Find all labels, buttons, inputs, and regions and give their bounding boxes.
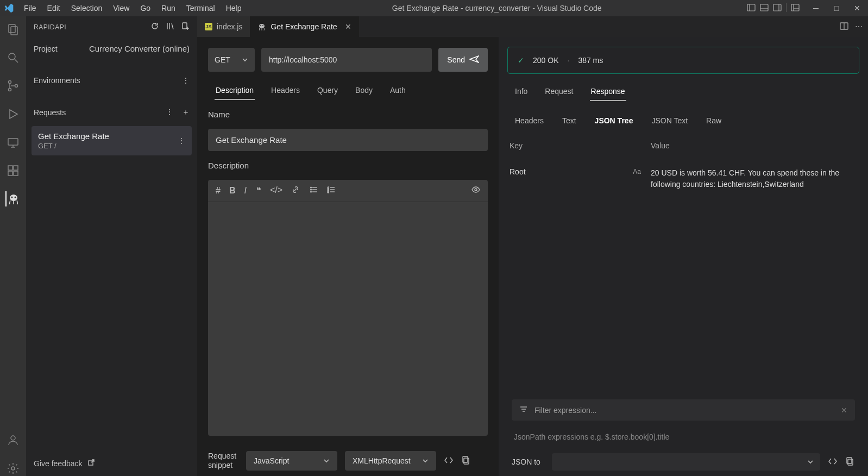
snippet-code-icon[interactable]	[444, 455, 454, 467]
json-to-code-icon[interactable]	[828, 456, 838, 468]
split-editor-icon[interactable]	[840, 22, 848, 32]
menu-view[interactable]: View	[108, 2, 135, 15]
response-panel: ✓ 200 OK · 387 ms Info Request Response …	[499, 37, 868, 476]
refresh-icon[interactable]	[150, 22, 159, 32]
request-tabs: Description Headers Query Body Auth	[208, 82, 488, 100]
italic-icon[interactable]: I	[244, 186, 246, 196]
svg-line-30	[172, 23, 173, 29]
svg-point-25	[15, 197, 16, 198]
editor-tabs: JS index.js Get Exchange Rate ✕ ⋯	[197, 16, 868, 37]
request-item-more-icon[interactable]: ⋮	[178, 136, 185, 145]
layout-bottom-icon[interactable]	[760, 3, 769, 14]
respview-jsontree[interactable]: JSON Tree	[594, 113, 634, 128]
requests-more-icon[interactable]: ⋮	[166, 108, 173, 117]
name-input[interactable]: Get Exchange Rate	[208, 129, 488, 151]
menu-edit[interactable]: Edit	[42, 2, 66, 15]
resptab-request[interactable]: Request	[544, 83, 574, 101]
json-value: 20 USD is worth 56.41 CHF. You can spend…	[651, 167, 857, 190]
code-icon[interactable]: </>	[270, 185, 282, 196]
ordered-list-icon[interactable]: 123	[327, 185, 336, 196]
description-toolbar: # B I ❝ </> 123	[208, 180, 488, 202]
explorer-icon[interactable]	[5, 22, 21, 37]
response-tabs: Info Request Response	[507, 83, 859, 101]
more-actions-icon[interactable]: ⋯	[855, 22, 863, 31]
maximize-button[interactable]: □	[829, 4, 844, 12]
respview-jsontext[interactable]: JSON Text	[650, 113, 689, 128]
activity-bar	[0, 16, 26, 476]
menu-go[interactable]: Go	[135, 2, 156, 15]
tab-get-exchange-rate[interactable]: Get Exchange Rate ✕	[250, 16, 358, 37]
description-textarea[interactable]	[208, 202, 488, 436]
add-request-icon[interactable]: ＋	[182, 108, 190, 117]
reqtab-query[interactable]: Query	[316, 82, 339, 100]
menu-run[interactable]: Run	[156, 2, 181, 15]
svg-point-24	[11, 197, 13, 198]
run-debug-icon[interactable]	[5, 107, 21, 122]
tab-indexjs[interactable]: JS index.js	[197, 16, 250, 37]
layout-right-icon[interactable]	[773, 3, 782, 14]
respview-raw[interactable]: Raw	[705, 113, 722, 128]
request-list-item[interactable]: Get Exchange Rate GET / ⋮	[32, 126, 192, 155]
name-value: Get Exchange Rate	[216, 135, 287, 145]
svg-rect-9	[9, 24, 15, 33]
json-to-copy-icon[interactable]	[845, 456, 855, 468]
extensions-icon[interactable]	[5, 163, 21, 178]
new-file-icon[interactable]	[181, 22, 190, 32]
respview-headers[interactable]: Headers	[514, 113, 545, 128]
snippet-lang-value: JavaScript	[254, 456, 289, 465]
snippet-language-select[interactable]: JavaScript	[246, 451, 337, 471]
resptab-info[interactable]: Info	[514, 83, 529, 101]
send-label: Send	[447, 55, 465, 64]
request-panel: GET http://localhost:5000 Send Descripti…	[197, 37, 499, 476]
http-method-select[interactable]: GET	[208, 48, 255, 72]
minimize-button[interactable]: ─	[808, 4, 823, 12]
snippet-copy-icon[interactable]	[461, 455, 471, 467]
menu-file[interactable]: File	[18, 2, 42, 15]
send-button[interactable]: Send	[438, 48, 488, 72]
layout-customize-icon[interactable]	[791, 3, 800, 14]
reqtab-headers[interactable]: Headers	[270, 82, 301, 100]
bold-icon[interactable]: B	[229, 186, 236, 196]
give-feedback-link[interactable]: Give feedback	[26, 453, 197, 476]
json-tree-header: Key Value	[507, 137, 859, 154]
clear-filter-icon[interactable]: ✕	[841, 406, 847, 415]
menu-selection[interactable]: Selection	[66, 2, 108, 15]
resptab-response[interactable]: Response	[590, 83, 626, 101]
link-icon[interactable]	[291, 185, 300, 196]
requests-label: Requests	[34, 108, 166, 117]
respview-text[interactable]: Text	[561, 113, 577, 128]
library-icon[interactable]	[166, 22, 174, 32]
preview-icon[interactable]	[471, 185, 480, 196]
svg-rect-2	[760, 4, 768, 11]
bullet-list-icon[interactable]	[310, 185, 318, 196]
description-editor[interactable]: # B I ❝ </> 123	[208, 180, 488, 436]
project-name[interactable]: Currency Converter (online)	[75, 44, 190, 53]
json-tree-row[interactable]: Root Aa 20 USD is worth 56.41 CHF. You c…	[507, 163, 859, 195]
reqtab-body[interactable]: Body	[354, 82, 374, 100]
json-to-select[interactable]	[552, 453, 820, 471]
menu-help[interactable]: Help	[221, 2, 247, 15]
rapidapi-icon[interactable]	[5, 191, 21, 206]
close-button[interactable]: ✕	[850, 4, 865, 12]
accounts-icon[interactable]	[5, 433, 21, 448]
remote-icon[interactable]	[5, 135, 21, 150]
filter-expression-input[interactable]: Filter expression... ✕	[512, 399, 855, 421]
quote-icon[interactable]: ❝	[256, 185, 261, 196]
reqtab-description[interactable]: Description	[215, 82, 255, 100]
heading-icon[interactable]: #	[216, 186, 221, 196]
svg-rect-31	[183, 23, 187, 29]
settings-gear-icon[interactable]	[5, 461, 21, 476]
environments-more-icon[interactable]: ⋮	[182, 76, 190, 85]
reqtab-auth[interactable]: Auth	[389, 82, 407, 100]
window-controls: ─ □ ✕	[747, 3, 865, 14]
menu-terminal[interactable]: Terminal	[181, 2, 221, 15]
svg-point-23	[10, 195, 17, 201]
tab-close-icon[interactable]: ✕	[342, 22, 351, 31]
url-input[interactable]: http://localhost:5000	[261, 48, 432, 72]
snippet-library-select[interactable]: XMLHttpRequest	[345, 451, 436, 471]
filter-placeholder: Filter expression...	[534, 406, 834, 415]
layout-left-icon[interactable]	[747, 3, 756, 14]
source-control-icon[interactable]	[5, 78, 21, 93]
search-icon[interactable]	[5, 50, 21, 65]
separator-dot: ·	[567, 56, 569, 65]
